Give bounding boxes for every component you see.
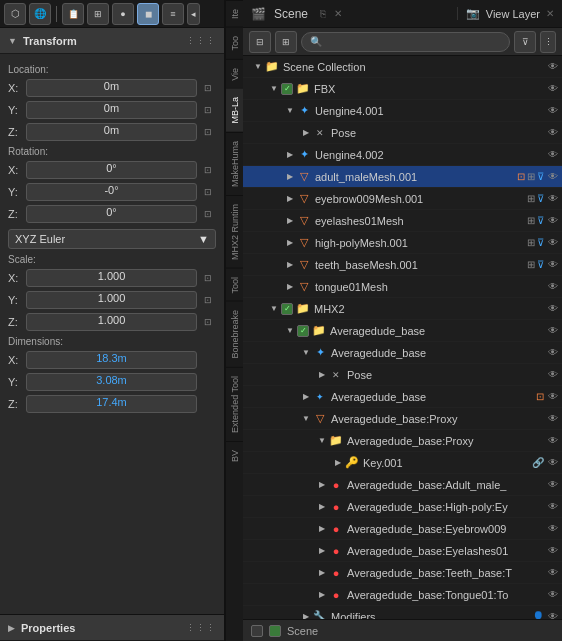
side-tab-bonebreak[interactable]: Bonebreake bbox=[226, 301, 243, 367]
tree-item-eyebrow009[interactable]: ▶●Averagedude_base:Eyebrow009👁 bbox=[243, 518, 562, 540]
expand-arrow[interactable]: ▼ bbox=[267, 82, 281, 96]
tree-item-scene-collection[interactable]: ▼📁Scene Collection👁 bbox=[243, 56, 562, 78]
visibility-icon[interactable]: 👁 bbox=[548, 325, 558, 336]
visibility-icon[interactable]: 👁 bbox=[548, 105, 558, 116]
location-x-input[interactable]: 0m bbox=[26, 79, 197, 97]
outliner-filter-btn[interactable]: ⊽ bbox=[514, 31, 536, 53]
visibility-icon[interactable]: 👁 bbox=[548, 479, 558, 490]
properties-header[interactable]: ▶ Properties ⋮⋮⋮ bbox=[0, 615, 224, 641]
expand-arrow[interactable]: ▶ bbox=[283, 148, 297, 162]
euler-select[interactable]: XYZ Euler ▼ bbox=[8, 229, 216, 249]
side-tab-too[interactable]: Too bbox=[226, 27, 243, 59]
visibility-icon[interactable]: 👁 bbox=[548, 281, 558, 292]
tree-item-uengine4-001[interactable]: ▼✦Uengine4.001👁 bbox=[243, 100, 562, 122]
tree-item-adult-malemesh-001[interactable]: ▶▽adult_maleMesh.001⊡⊞⊽👁 bbox=[243, 166, 562, 188]
expand-arrow[interactable]: ▶ bbox=[315, 522, 329, 536]
expand-arrow[interactable]: ▶ bbox=[283, 236, 297, 250]
tree-item-adult-male2[interactable]: ▶●Averagedude_base:Adult_male_👁 bbox=[243, 474, 562, 496]
transform-header[interactable]: ▼ Transform ⋮⋮⋮ bbox=[0, 28, 224, 54]
item-checkbox[interactable] bbox=[297, 325, 309, 337]
expand-arrow[interactable]: ▼ bbox=[283, 324, 297, 338]
expand-arrow[interactable]: ▼ bbox=[283, 104, 297, 118]
rotation-y-input[interactable]: -0° bbox=[26, 183, 197, 201]
visibility-icon[interactable]: 👁 bbox=[548, 545, 558, 556]
expand-arrow[interactable]: ▶ bbox=[315, 566, 329, 580]
tree-item-modifiers[interactable]: ▶🔧Modifiers👤👁 bbox=[243, 606, 562, 619]
expand-arrow[interactable]: ▼ bbox=[299, 412, 313, 426]
close-scene[interactable]: ✕ bbox=[334, 8, 342, 19]
visibility-icon[interactable]: 👁 bbox=[548, 127, 558, 138]
visibility-icon[interactable]: 👁 bbox=[548, 501, 558, 512]
expand-arrow[interactable]: ▶ bbox=[299, 390, 313, 404]
tree-item-high-poly-ey[interactable]: ▶●Averagedude_base:High-poly:Ey👁 bbox=[243, 496, 562, 518]
side-tab-extool[interactable]: Extended Tool bbox=[226, 367, 243, 441]
visibility-icon[interactable]: 👁 bbox=[548, 215, 558, 226]
expand-arrow[interactable]: ▶ bbox=[331, 456, 345, 470]
side-tab-tool[interactable]: Tool bbox=[226, 268, 243, 302]
tree-item-averagedude-proxy[interactable]: ▼▽Averagedude_base:Proxy👁 bbox=[243, 408, 562, 430]
tree-item-tongue01-to[interactable]: ▶●Averagedude_base:Tongue01:To👁 bbox=[243, 584, 562, 606]
visibility-icon[interactable]: 👁 bbox=[548, 61, 558, 72]
dim-z-input[interactable]: 17.4m bbox=[26, 395, 197, 413]
viewport-shading[interactable]: 🌐 bbox=[29, 3, 51, 25]
side-tab-bv[interactable]: BV bbox=[226, 441, 243, 470]
expand-arrow[interactable]: ▼ bbox=[267, 302, 281, 316]
tree-item-teeth-001[interactable]: ▶▽teeth_baseMesh.001⊞⊽👁 bbox=[243, 254, 562, 276]
visibility-icon[interactable]: 👁 bbox=[548, 457, 558, 468]
scene-checkbox2[interactable] bbox=[269, 625, 281, 637]
tree-item-averagedude-base-col[interactable]: ▼📁Averagedude_base👁 bbox=[243, 320, 562, 342]
expand-arrow[interactable]: ▶ bbox=[299, 126, 313, 140]
square-btn[interactable]: ◼ bbox=[137, 3, 159, 25]
expand-arrow[interactable]: ▼ bbox=[315, 434, 329, 448]
close-view-layer[interactable]: ✕ bbox=[546, 8, 554, 19]
scene-checkbox[interactable] bbox=[251, 625, 263, 637]
outliner-sort-btn[interactable]: ⊞ bbox=[275, 31, 297, 53]
expand-arrow[interactable]: ▶ bbox=[315, 588, 329, 602]
visibility-icon[interactable]: 👁 bbox=[548, 391, 558, 402]
rotation-z-input[interactable]: 0° bbox=[26, 205, 197, 223]
location-z-input[interactable]: 0m bbox=[26, 123, 197, 141]
visibility-icon[interactable]: 👁 bbox=[548, 171, 558, 182]
outliner-tree[interactable]: ▼📁Scene Collection👁▼📁FBX👁▼✦Uengine4.001👁… bbox=[243, 56, 562, 619]
expand-arrow[interactable]: ▶ bbox=[283, 258, 297, 272]
view-btn[interactable]: 📋 bbox=[62, 3, 84, 25]
tree-item-pose2[interactable]: ▶✕Pose👁 bbox=[243, 364, 562, 386]
expand-arrow[interactable]: ▶ bbox=[299, 610, 313, 620]
expand-arrow[interactable]: ▶ bbox=[283, 192, 297, 206]
tree-item-key001[interactable]: ▶🔑Key.001🔗👁 bbox=[243, 452, 562, 474]
tree-item-averagedude-base-obj[interactable]: ▶✦Averagedude_base⊡👁 bbox=[243, 386, 562, 408]
item-checkbox[interactable] bbox=[281, 83, 293, 95]
options-btn[interactable]: ≡ bbox=[162, 3, 184, 25]
grid-btn[interactable]: ⊞ bbox=[87, 3, 109, 25]
tree-item-uengine4-002[interactable]: ▶✦Uengine4.002👁 bbox=[243, 144, 562, 166]
scale-y-input[interactable]: 1.000 bbox=[26, 291, 197, 309]
mode-menu[interactable]: ⬡ bbox=[4, 3, 26, 25]
tree-item-fbx[interactable]: ▼📁FBX👁 bbox=[243, 78, 562, 100]
visibility-icon[interactable]: 👁 bbox=[548, 435, 558, 446]
expand-arrow[interactable]: ▶ bbox=[315, 544, 329, 558]
visibility-icon[interactable]: 👁 bbox=[548, 237, 558, 248]
outliner-view-btn[interactable]: ⊟ bbox=[249, 31, 271, 53]
dim-y-input[interactable]: 3.08m bbox=[26, 373, 197, 391]
visibility-icon[interactable]: 👁 bbox=[548, 347, 558, 358]
tree-item-teeth-base[interactable]: ▶●Averagedude_base:Teeth_base:T👁 bbox=[243, 562, 562, 584]
tree-item-tongue-001[interactable]: ▶▽tongue01Mesh👁 bbox=[243, 276, 562, 298]
scale-x-input[interactable]: 1.000 bbox=[26, 269, 197, 287]
rotation-x-input[interactable]: 0° bbox=[26, 161, 197, 179]
circle-btn[interactable]: ● bbox=[112, 3, 134, 25]
expand-arrow[interactable]: ▼ bbox=[251, 60, 265, 74]
side-tab-mbla[interactable]: MB-La bbox=[226, 88, 243, 132]
expand-arrow[interactable]: ▶ bbox=[315, 478, 329, 492]
side-tab-vie[interactable]: Vie bbox=[226, 59, 243, 89]
more-btn[interactable]: ◂ bbox=[187, 3, 200, 25]
tree-item-eyelashes01[interactable]: ▶●Averagedude_base:Eyelashes01👁 bbox=[243, 540, 562, 562]
scale-z-input[interactable]: 1.000 bbox=[26, 313, 197, 331]
visibility-icon[interactable]: 👁 bbox=[548, 589, 558, 600]
tree-item-eyebrow-001[interactable]: ▶▽eyebrow009Mesh.001⊞⊽👁 bbox=[243, 188, 562, 210]
tree-item-pose[interactable]: ▶✕Pose👁 bbox=[243, 122, 562, 144]
visibility-icon[interactable]: 👁 bbox=[548, 611, 558, 619]
visibility-icon[interactable]: 👁 bbox=[548, 83, 558, 94]
expand-arrow[interactable]: ▼ bbox=[299, 346, 313, 360]
visibility-icon[interactable]: 👁 bbox=[548, 369, 558, 380]
side-tab-ite[interactable]: Ite bbox=[226, 0, 243, 27]
